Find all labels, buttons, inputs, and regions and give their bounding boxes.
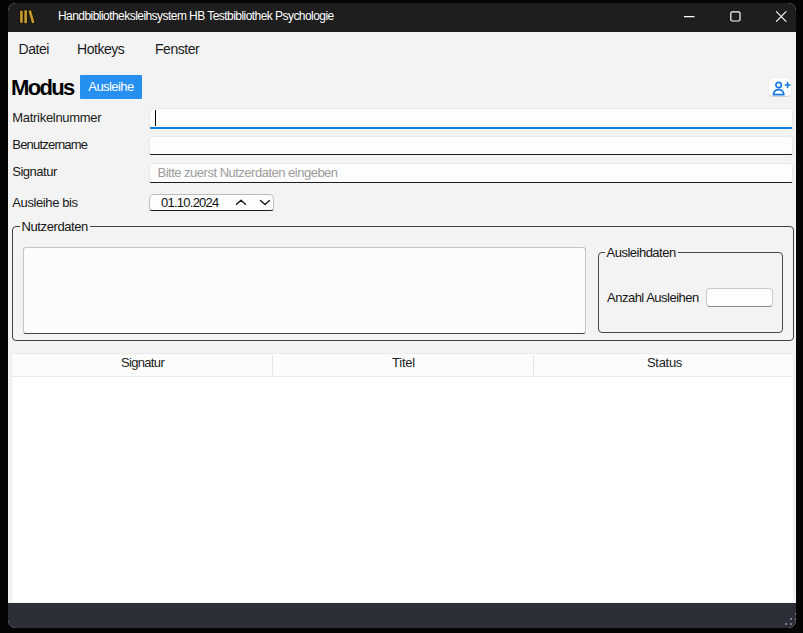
date-decrement-button[interactable] <box>256 195 274 210</box>
nutzerdaten-textarea[interactable] <box>23 247 586 334</box>
books-icon <box>19 9 36 25</box>
grip-dot <box>795 618 796 620</box>
grip-dot <box>785 623 787 625</box>
column-separator <box>533 356 534 375</box>
app-window: Handbibliotheksleihsystem HB Testbibliot… <box>8 3 796 628</box>
date-value: 01.10.2024 <box>161 195 219 210</box>
matrikelnummer-input[interactable] <box>149 108 793 130</box>
ausleihe-bis-date-input[interactable]: 01.10.2024 <box>149 194 274 211</box>
nutzerdaten-group-label: Nutzerdaten <box>20 220 90 233</box>
maximize-button[interactable] <box>719 3 751 32</box>
grip-dot <box>790 623 792 625</box>
table-header-row: Signatur Titel Status <box>12 354 793 377</box>
window-title: Handbibliotheksleihsystem HB Testbibliot… <box>58 3 334 32</box>
grip-dot <box>795 613 796 615</box>
menu-item-hotkeys[interactable]: Hotkeys <box>77 34 124 63</box>
column-header-titel[interactable]: Titel <box>273 354 534 377</box>
menu-item-datei[interactable]: Datei <box>19 34 49 63</box>
ausleihdaten-groupbox: Ausleihdaten Anzahl Ausleihen <box>598 252 783 333</box>
grip-dot <box>795 623 796 625</box>
signatur-label: Signatur <box>12 164 56 179</box>
ausleihe-mode-button[interactable]: Ausleihe <box>80 75 142 99</box>
close-icon <box>765 3 796 32</box>
ausleihe-bis-label: Ausleihe bis <box>12 195 77 210</box>
benutzername-label: Benutzername <box>12 137 87 152</box>
matrikelnummer-label: Matrikelnummer <box>12 110 101 125</box>
chevron-up-icon <box>232 195 250 210</box>
status-bar <box>8 603 796 628</box>
title-bar[interactable]: Handbibliotheksleihsystem HB Testbibliot… <box>8 3 796 32</box>
modus-heading: Modus <box>11 76 74 100</box>
date-increment-button[interactable] <box>232 195 250 210</box>
minimize-button[interactable] <box>673 3 705 32</box>
anzahl-ausleihen-input[interactable] <box>706 288 773 307</box>
column-header-status[interactable]: Status <box>534 354 795 377</box>
person-plus-icon <box>770 80 792 98</box>
signatur-placeholder: Bitte zuerst Nutzerdaten eingeben <box>158 165 338 180</box>
benutzername-input[interactable] <box>149 136 793 156</box>
chevron-down-icon <box>256 195 274 210</box>
table-body-empty <box>12 377 793 602</box>
add-user-button[interactable] <box>768 77 792 97</box>
close-button[interactable] <box>765 3 796 32</box>
column-separator <box>272 356 273 375</box>
column-header-signatur[interactable]: Signatur <box>12 354 273 377</box>
nutzerdaten-groupbox: Nutzerdaten Ausleihdaten Anzahl Ausleihe… <box>12 226 794 341</box>
anzahl-ausleihen-label: Anzahl Ausleihen <box>607 290 699 305</box>
grip-dot <box>790 618 792 620</box>
desktop-background: Handbibliotheksleihsystem HB Testbibliot… <box>0 0 803 633</box>
ausleihdaten-group-label: Ausleihdaten <box>605 246 678 259</box>
results-table: Signatur Titel Status <box>11 353 794 602</box>
minimize-icon <box>673 3 705 32</box>
text-caret <box>155 110 156 126</box>
menu-bar: Datei Hotkeys Fenster <box>8 32 796 61</box>
maximize-icon <box>719 3 751 32</box>
menu-item-fenster[interactable]: Fenster <box>155 34 199 63</box>
